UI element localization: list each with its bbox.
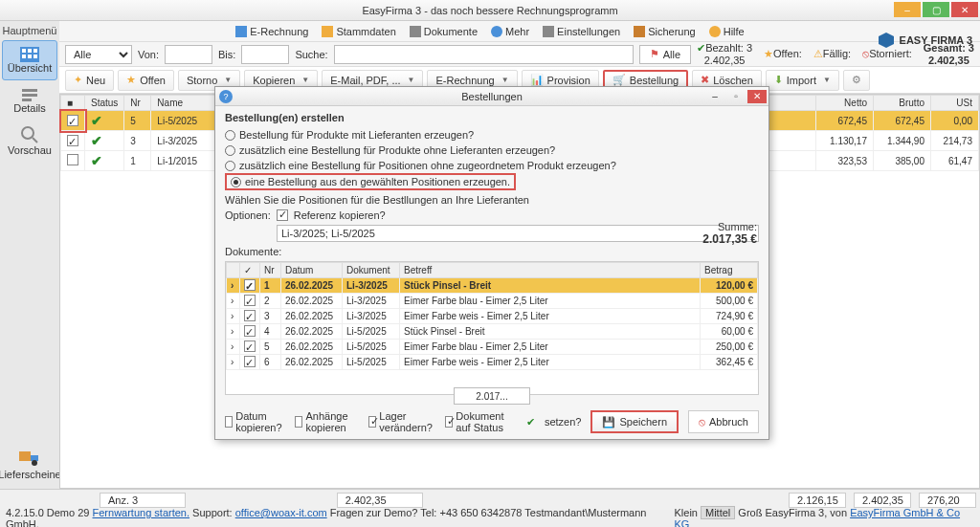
dialog-titlebar[interactable]: ? Bestellungen – ▫ ✕ [215, 87, 768, 106]
dialog-total-box: 2.017... [454, 387, 530, 405]
dialog-minimize-button[interactable]: – [705, 90, 724, 103]
dokument-status-checkbox[interactable]: ✓Dokument auf Status [445, 410, 517, 433]
svg-rect-10 [22, 99, 32, 101]
radio-option-1[interactable]: Bestellung für Produkte mit Lieferanten … [225, 127, 759, 143]
status-total-1: 2.402,35 [337, 493, 423, 508]
radio-option-2[interactable]: zusätzlich eine Bestellung für Produkte … [225, 143, 759, 158]
window-title: EasyFirma 3 - das noch bessere Rechnungs… [362, 5, 617, 16]
svg-rect-9 [22, 94, 37, 97]
svg-rect-8 [22, 89, 37, 92]
offen-button[interactable]: ★Offen [118, 70, 174, 91]
table-row[interactable]: ›✓626.02.2025Li-5/2025Eimer Farbe weis -… [227, 355, 758, 370]
svg-rect-4 [33, 49, 37, 53]
table-row[interactable]: ›✓226.02.2025Li-3/2025Eimer Farbe blau -… [227, 294, 758, 309]
sidebar-item-details[interactable]: Details [2, 80, 57, 121]
alle-button[interactable]: ⚑Alle [639, 45, 691, 64]
footer: 4.2.15.0 Demo 29 Fernwartung starten. Su… [0, 510, 980, 527]
table-row[interactable]: ›✓526.02.2025Li-5/2025Eimer Farbe blau -… [227, 340, 758, 355]
details-icon [20, 87, 39, 102]
grid-icon [20, 47, 39, 62]
dialog-close-button[interactable]: ✕ [747, 90, 767, 103]
summe-display: Summe:2.017,35 € [702, 221, 757, 246]
neu-button[interactable]: ✦Neu [65, 70, 114, 91]
abbruch-button[interactable]: ⦸Abbruch [688, 410, 759, 433]
svg-rect-3 [28, 49, 32, 53]
menu-stammdaten[interactable]: Stammdaten [322, 26, 395, 37]
status-check-icon: ✔ [526, 416, 535, 428]
svg-line-12 [33, 138, 37, 143]
sidebar-header: Hauptmenü [3, 25, 57, 36]
dialog-hint: Wählen Sie die Positionen für die Bestll… [225, 194, 759, 206]
datum-kopieren-checkbox[interactable]: Datum kopieren? [225, 410, 285, 433]
radio-option-3[interactable]: zusätzlich eine Bestellung für Positione… [225, 158, 759, 173]
svg-marker-0 [879, 33, 894, 48]
magnifier-icon [20, 125, 39, 144]
menu-dokumente[interactable]: Dokumente [410, 26, 478, 37]
window-minimize-button[interactable]: – [894, 2, 921, 17]
lager-veraendern-checkbox[interactable]: ✓Lager verändern? [368, 410, 436, 433]
svg-rect-7 [33, 55, 37, 58]
table-row[interactable]: ›✓426.02.2025Li-5/2025Stück Pinsel - Bre… [227, 324, 758, 340]
referenz-checkbox[interactable]: ✓ [277, 209, 288, 221]
svg-rect-2 [22, 49, 26, 53]
status-total-4: 276,20 [919, 493, 976, 508]
menu-sicherung[interactable]: Sicherung [634, 26, 696, 37]
status-total-3: 2.402,35 [854, 493, 911, 508]
filter-bar: Alle Von: Bis: Suche: ⚑Alle ✔Bezahlt: 32… [59, 42, 980, 67]
status-total-2: 2.126,15 [789, 493, 846, 508]
extra-button[interactable]: ⚙ [843, 70, 870, 91]
save-icon: 💾 [602, 416, 615, 428]
window-titlebar: EasyFirma 3 - das noch bessere Rechnungs… [0, 0, 980, 21]
bestellungen-dialog: ? Bestellungen – ▫ ✕ Bestellung(en) erst… [214, 86, 769, 440]
sidebar: Hauptmenü Übersicht Details Vorschau Lie… [0, 21, 59, 489]
svg-rect-13 [19, 451, 31, 461]
anhaenge-kopieren-checkbox[interactable]: Anhänge kopieren [295, 410, 358, 433]
zoom-mittel-button[interactable]: Mittel [701, 506, 735, 519]
von-input[interactable] [165, 45, 212, 64]
sidebar-item-uebersicht[interactable]: Übersicht [2, 40, 57, 80]
menu-einstellungen[interactable]: Einstellungen [543, 26, 620, 37]
table-row[interactable]: ›✓326.02.2025Li-3/2025Eimer Farbe weis -… [227, 309, 758, 324]
svg-point-15 [32, 460, 37, 466]
import-button[interactable]: ⬇Import▼ [766, 70, 839, 91]
app-logo: EASY FIRMA 3 [877, 21, 972, 59]
delivery-icon [17, 446, 42, 469]
radio-option-4[interactable]: eine Bestellung aus den gewählten Positi… [225, 173, 516, 190]
fernwartung-link[interactable]: Fernwartung starten. [93, 507, 190, 518]
svg-point-11 [22, 127, 33, 139]
referenz-input[interactable] [277, 225, 759, 242]
suche-label: Suche: [295, 49, 327, 60]
sidebar-item-vorschau[interactable]: Vorschau [2, 121, 57, 161]
window-maximize-button[interactable]: ▢ [923, 2, 949, 17]
search-input[interactable] [334, 45, 634, 64]
svg-rect-6 [28, 55, 32, 58]
speichern-button[interactable]: 💾Speichern [590, 410, 679, 433]
cancel-icon: ⦸ [699, 416, 705, 428]
logo-cube-icon [877, 31, 896, 50]
bis-input[interactable] [241, 45, 289, 64]
optionen-label: Optionen: [225, 209, 271, 221]
menubar: E-Rechnung Stammdaten Dokumente Mehr Ein… [0, 21, 980, 42]
dialog-position-grid[interactable]: ✓ Nr Datum Dokument Betreff Betrag ›✓126… [226, 262, 758, 370]
dokumente-label: Dokumente: [225, 246, 759, 257]
dialog-heading: Bestellung(en) erstellen [225, 112, 759, 123]
menu-hilfe[interactable]: Hilfe [709, 26, 745, 37]
status-anz: Anz. 3 [100, 493, 186, 508]
svg-rect-5 [22, 55, 26, 58]
table-row[interactable]: ›✓126.02.2025Li-3/2025Stück Pinsel - Bre… [227, 278, 758, 294]
window-close-button[interactable]: ✕ [951, 2, 978, 17]
dialog-info-icon: ? [219, 90, 233, 103]
bis-label: Bis: [218, 49, 235, 60]
menu-mehr[interactable]: Mehr [491, 26, 529, 37]
menu-erechnung[interactable]: E-Rechnung [235, 26, 308, 37]
support-mail-link[interactable]: office@woax-it.com [235, 507, 327, 518]
dialog-maximize-button[interactable]: ▫ [726, 90, 746, 103]
von-label: Von: [138, 49, 159, 60]
type-select[interactable]: Alle [65, 45, 132, 64]
sidebar-item-lieferscheine[interactable]: Lieferscheine [2, 443, 57, 483]
